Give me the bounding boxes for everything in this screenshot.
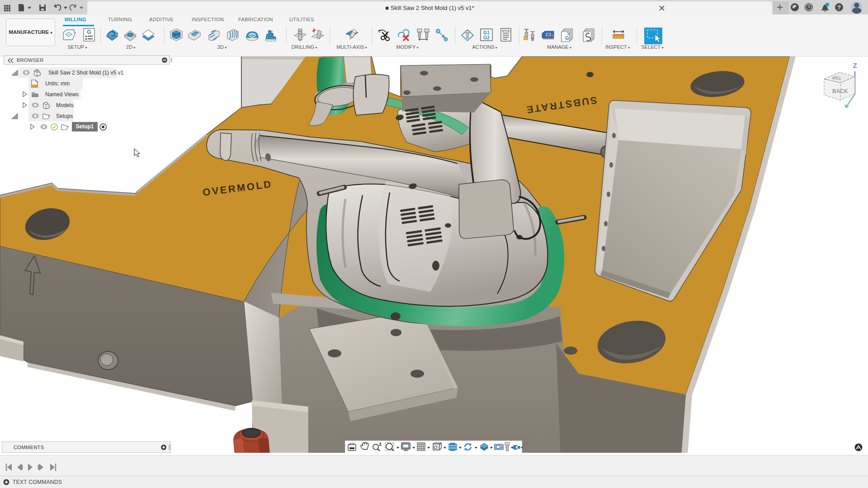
svg-text:G2: G2 bbox=[483, 35, 490, 40]
svg-text:?: ? bbox=[837, 4, 841, 11]
svg-text:Z: Z bbox=[853, 61, 857, 69]
svg-text:G: G bbox=[87, 29, 91, 35]
svg-text:G: G bbox=[565, 35, 569, 41]
svg-text:TOP: TOP bbox=[832, 75, 842, 81]
svg-text:BACK: BACK bbox=[832, 88, 848, 94]
